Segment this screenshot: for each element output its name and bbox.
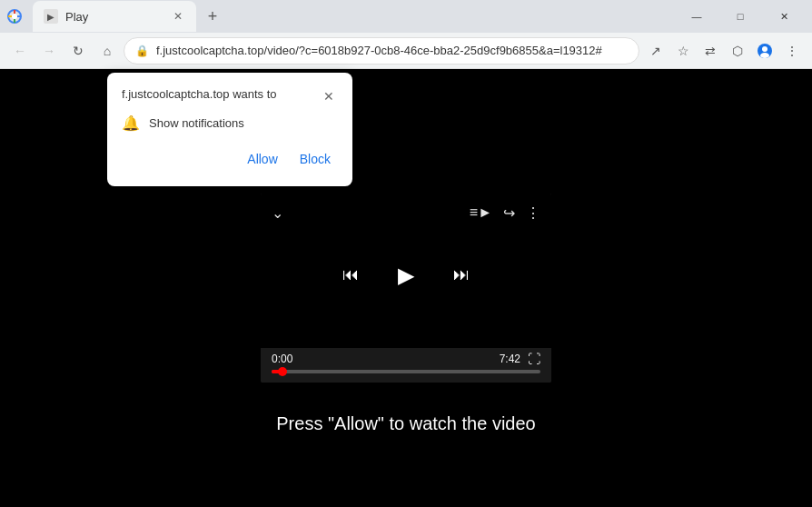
skip-back-button[interactable]: ⏮ xyxy=(342,265,359,284)
reload-button[interactable]: ↻ xyxy=(65,38,91,64)
video-center-controls: ⏮ ▶ ⏭ xyxy=(342,257,470,293)
bookmark-icon[interactable]: ☆ xyxy=(670,38,696,64)
bell-icon: 🔔 xyxy=(122,114,140,132)
total-time: 7:42 xyxy=(500,353,520,365)
chrome-icon xyxy=(7,9,22,24)
share-video-icon[interactable]: ↪ xyxy=(503,204,515,222)
active-tab[interactable]: ▶ Play ✕ xyxy=(33,1,196,32)
menu-button[interactable]: ⋮ xyxy=(779,38,805,64)
back-button[interactable]: ← xyxy=(7,38,33,64)
time-row: 0:00 7:42 ⛶ xyxy=(272,352,540,366)
tab-close-button[interactable]: ✕ xyxy=(171,9,185,24)
address-text: f.justcoolcaptcha.top/video/?c=6018b927-… xyxy=(156,44,628,57)
video-player: ⌄ ≡► ↪ ⋮ ⏮ ▶ ⏭ xyxy=(261,194,551,383)
overlay-text: Press "Allow" to watch the video xyxy=(276,413,535,434)
window-controls: — □ ✕ xyxy=(676,0,805,33)
browser-frame: ▶ Play ✕ + — □ ✕ ← → ↻ ⌂ 🔒 f.justcoolcap… xyxy=(0,0,812,507)
forward-button[interactable]: → xyxy=(36,38,62,64)
progress-bar[interactable] xyxy=(272,370,540,373)
forward-back-icon[interactable]: ⇄ xyxy=(698,38,723,64)
collapse-icon[interactable]: ⌄ xyxy=(272,204,283,222)
maximize-button[interactable]: □ xyxy=(719,0,761,33)
svg-point-4 xyxy=(760,53,769,58)
fullscreen-icon[interactable]: ⛶ xyxy=(528,352,540,366)
home-button[interactable]: ⌂ xyxy=(94,38,120,64)
popup-title: f.justcoolcaptcha.top wants to xyxy=(122,87,277,101)
close-button[interactable]: ✕ xyxy=(763,0,805,33)
tab-bar: ▶ Play ✕ + — □ ✕ xyxy=(0,0,812,33)
tab-title: Play xyxy=(65,10,163,24)
address-bar: ← → ↻ ⌂ 🔒 f.justcoolcaptcha.top/video/?c… xyxy=(0,33,812,69)
popup-buttons: Allow Block xyxy=(122,146,338,172)
tab-controls-left xyxy=(7,9,22,24)
notification-popup: f.justcoolcaptcha.top wants to ✕ 🔔 Show … xyxy=(107,73,352,186)
lock-icon: 🔒 xyxy=(135,45,149,57)
tab-favicon: ▶ xyxy=(44,9,58,24)
queue-icon[interactable]: ≡► xyxy=(470,204,492,222)
allow-button[interactable]: Allow xyxy=(240,146,284,172)
svg-point-3 xyxy=(762,46,767,52)
popup-header: f.justcoolcaptcha.top wants to ✕ xyxy=(122,87,338,105)
notification-text: Show notifications xyxy=(149,116,244,130)
popup-close-button[interactable]: ✕ xyxy=(320,87,338,105)
skip-forward-button[interactable]: ⏭ xyxy=(453,265,470,284)
toolbar-icons: ↗ ☆ ⇄ ⬡ ⋮ xyxy=(643,38,805,64)
video-top-controls: ⌄ ≡► ↪ ⋮ xyxy=(272,204,540,222)
progress-dot xyxy=(278,367,287,376)
svg-point-1 xyxy=(12,14,17,19)
video-screen: ⌄ ≡► ↪ ⋮ ⏮ ▶ ⏭ xyxy=(261,194,551,348)
share-icon[interactable]: ↗ xyxy=(643,38,668,64)
extensions-icon[interactable]: ⬡ xyxy=(725,38,750,64)
progress-area: 0:00 7:42 ⛶ xyxy=(261,348,551,383)
page-content: f.justcoolcaptcha.top wants to ✕ 🔔 Show … xyxy=(0,69,812,507)
more-icon[interactable]: ⋮ xyxy=(526,204,540,222)
video-top-right-icons: ≡► ↪ ⋮ xyxy=(470,204,540,222)
popup-notification-row: 🔔 Show notifications xyxy=(122,114,338,132)
new-tab-button[interactable]: + xyxy=(200,4,225,29)
block-button[interactable]: Block xyxy=(292,146,338,172)
current-time: 0:00 xyxy=(272,353,292,365)
play-button[interactable]: ▶ xyxy=(388,257,424,293)
minimize-button[interactable]: — xyxy=(676,0,718,33)
profile-icon[interactable] xyxy=(752,38,777,64)
address-input[interactable]: 🔒 f.justcoolcaptcha.top/video/?c=6018b92… xyxy=(124,37,639,65)
